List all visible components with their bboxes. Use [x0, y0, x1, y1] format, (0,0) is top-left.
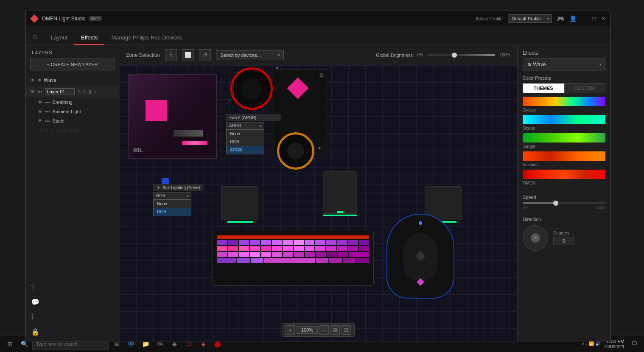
delete-icon[interactable]: 🗑	[88, 89, 92, 95]
info-icon[interactable]: ℹ	[31, 313, 114, 321]
brightness-slider[interactable]	[427, 54, 495, 56]
effects-select-dropdown[interactable]: ≋ Wave Breathing Static Ambient Light	[523, 59, 605, 70]
device-monitor-1[interactable]: 40L	[128, 74, 221, 167]
fan-gold-device[interactable]: ▼	[277, 132, 314, 170]
aux-option-none[interactable]: None	[154, 200, 191, 208]
visibility-icon-static[interactable]: 👁	[38, 118, 42, 123]
zoom-out-button[interactable]: −	[319, 325, 329, 335]
monitor-bar-2	[174, 130, 203, 137]
feedback-icon[interactable]: 💬	[31, 298, 114, 306]
fan2-option-none[interactable]: None	[227, 130, 264, 138]
visibility-icon-audio[interactable]: 👁	[38, 128, 42, 133]
zone-select-wrap: Select by devices...	[216, 50, 284, 60]
layer-item-ambient[interactable]: 👁 ••• Ambient Light	[26, 107, 119, 116]
help-icon[interactable]: ?	[31, 284, 114, 291]
visibility-icon-breathing[interactable]: 👁	[38, 100, 42, 105]
drone-bar	[323, 215, 357, 216]
beta-badge: BETA	[89, 16, 102, 21]
mouse-body-inner	[403, 233, 437, 279]
fan-gold-chevron[interactable]: ▼	[317, 145, 322, 151]
notifications-icon[interactable]: 🗨	[628, 338, 641, 350]
tab-layout[interactable]: Layout	[44, 31, 74, 45]
minimize-button[interactable]: —	[582, 16, 588, 22]
speed-section: Speed 0% 100%	[523, 195, 605, 210]
canvas-grid[interactable]: 40L ▼ Aux Lighting (None)	[119, 65, 517, 341]
edit-icon[interactable]: ✎	[77, 89, 81, 95]
layer-item-static[interactable]: 👁 ••• Static	[26, 116, 119, 126]
copy-icon[interactable]: ⧉	[83, 89, 86, 95]
speed-slider[interactable]	[523, 202, 605, 204]
device-keyboard[interactable]	[213, 231, 374, 290]
rect-zone-icon[interactable]: ⬜	[182, 49, 194, 61]
monitor2-settings-icon[interactable]: ⚙	[319, 72, 324, 78]
fan2-option-argb[interactable]: ARGB	[227, 146, 264, 154]
close-button[interactable]: ✕	[600, 16, 606, 22]
layer-item-audio[interactable]: 👁 ≋ Audio Visualizer	[26, 126, 119, 135]
degrees-input[interactable]	[553, 237, 574, 245]
preset-jungle-strip[interactable]	[523, 133, 605, 142]
speed-range-labels: 0% 100%	[523, 206, 605, 210]
visibility-icon-ambient[interactable]: 👁	[38, 109, 42, 114]
speaker-left-body	[221, 186, 258, 220]
visibility-icon-layer01[interactable]: 👁	[30, 89, 35, 94]
maximize-button[interactable]: □	[591, 16, 597, 22]
kb-key	[356, 258, 369, 263]
tab-effects[interactable]: Effects	[74, 31, 105, 45]
windows-start-icon[interactable]: ⊞	[3, 338, 16, 350]
monitor-bg	[129, 75, 216, 158]
preset-volcano-strip[interactable]	[523, 151, 605, 161]
drone-bar-indicator	[337, 211, 343, 213]
device-mouse[interactable]	[386, 214, 456, 305]
visibility-icon-wave[interactable]: 👁	[30, 78, 35, 83]
kb-key	[294, 246, 304, 251]
device-speaker-left[interactable]	[221, 186, 259, 224]
direction-controls: − Degrees	[523, 225, 605, 251]
tab-manage-hue[interactable]: Manage Philips Hue Devices	[104, 31, 188, 45]
kb-key	[359, 240, 369, 245]
lock-icon[interactable]: 🔒	[31, 328, 114, 336]
layer-item-wave[interactable]: 👁 ≋ Wave	[26, 75, 119, 86]
preset-volcano-label: Volcano	[523, 162, 605, 167]
kb-key-wide	[349, 252, 369, 257]
kb-key	[305, 246, 315, 251]
kb-key	[250, 252, 260, 257]
gamepad-icon[interactable]: 🎮	[557, 15, 564, 22]
aux-option-rgb[interactable]: RGB	[154, 208, 191, 216]
layer-item-layer01[interactable]: 👁 ••• ✎ ⧉ 🗑 ≡	[26, 86, 119, 98]
fit-screen-icon[interactable]: ⊞	[330, 325, 340, 335]
menu-icon[interactable]: ≡	[94, 89, 97, 95]
fan2-option-rgb[interactable]: RGB	[227, 138, 264, 146]
zoom-in-button[interactable]: +	[286, 325, 295, 335]
preset-galaxy-strip[interactable]	[523, 97, 605, 106]
zone-select-dropdown[interactable]: Select by devices...	[216, 50, 284, 60]
brightness-min: 0%	[417, 53, 423, 57]
aux-options-list: None RGB	[153, 199, 191, 216]
preset-ocean-strip[interactable]	[523, 115, 605, 124]
kb-row-1	[217, 240, 369, 245]
preset-tab-themes[interactable]: THEMES	[523, 83, 564, 93]
user-icon[interactable]: 👤	[569, 15, 577, 22]
direction-wheel[interactable]: −	[523, 225, 548, 251]
aux-lighting-title: Aux Lighting (None)	[162, 185, 200, 190]
aux-select-dropdown[interactable]: RGB None	[153, 192, 191, 199]
create-layer-button[interactable]: + CREATE NEW LAYER	[30, 59, 115, 70]
refresh-zone-icon[interactable]: ↺	[199, 49, 211, 61]
kb-row-0	[217, 235, 369, 239]
layer-item-breathing[interactable]: 👁 ••• Breathing	[26, 98, 119, 107]
actual-size-icon[interactable]: ⊡	[342, 325, 351, 335]
fan2-select-dropdown[interactable]: ARGB None RGB	[226, 122, 264, 129]
layer-name-edit-input[interactable]	[45, 88, 75, 95]
fan2-chevron-down[interactable]: ▼	[275, 65, 280, 70]
preset-tab-custom[interactable]: CUSTOM	[564, 83, 606, 93]
zone-selection-label: Zone Selection	[126, 52, 160, 58]
preset-omen-strip[interactable]	[523, 170, 605, 179]
pointer-zone-icon[interactable]: ↖	[165, 49, 177, 61]
mouse-logo-diamond	[415, 251, 426, 261]
layer-name-static: Static	[53, 118, 64, 123]
device-drone[interactable]	[314, 171, 365, 231]
direction-center-btn[interactable]: −	[531, 233, 540, 243]
kb-key	[237, 258, 250, 263]
profile-dropdown[interactable]: Default Profile	[508, 14, 552, 23]
wave-type-icon: ≋	[37, 78, 41, 83]
home-icon[interactable]: ⌂	[33, 32, 37, 41]
